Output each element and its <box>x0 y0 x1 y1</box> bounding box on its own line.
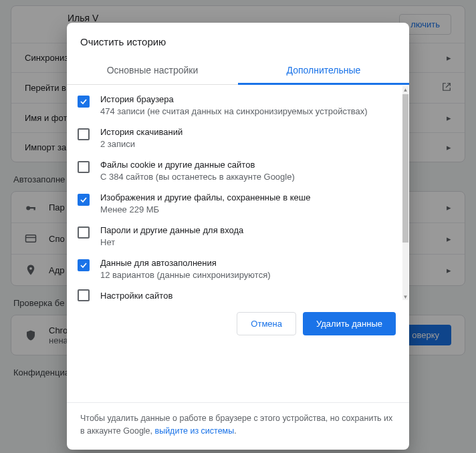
option-title: Изображения и другие файлы, сохраненные … <box>100 192 310 202</box>
option-title: Файлы cookie и другие данные сайтов <box>100 160 295 170</box>
checkbox[interactable] <box>78 128 90 140</box>
scrollbar-thumb[interactable] <box>402 94 408 243</box>
option-row: Изображения и другие файлы, сохраненные … <box>71 187 402 220</box>
dialog-footer: Чтобы удалить данные о работе в браузере… <box>67 402 409 450</box>
checkbox[interactable] <box>78 96 90 108</box>
option-title: Данные для автозаполнения <box>100 258 271 268</box>
option-title: Пароли и другие данные для входа <box>100 225 243 235</box>
option-row: История скачиваний2 записи <box>71 122 402 154</box>
option-subtitle: 474 записи (не считая данных на синхрони… <box>100 106 368 116</box>
option-subtitle: 12 вариантов (данные синхронизируются) <box>100 270 271 280</box>
option-row: Файлы cookie и другие данные сайтовС 384… <box>71 154 402 187</box>
tab-basic[interactable]: Основные настройки <box>67 57 238 84</box>
option-row: Данные для автозаполнения12 вариантов (д… <box>71 253 402 285</box>
sign-out-link[interactable]: выйдите из системы <box>155 426 235 436</box>
clear-data-button[interactable]: Удалить данные <box>303 312 396 335</box>
checkbox[interactable] <box>78 194 90 206</box>
modal-overlay: Очистить историю Основные настройки Допо… <box>0 0 476 453</box>
checkbox[interactable] <box>78 289 90 301</box>
scrollbar-track[interactable]: ▲ ▼ <box>402 86 408 300</box>
scroll-up-icon[interactable]: ▲ <box>402 86 408 93</box>
scroll-down-icon[interactable]: ▼ <box>402 293 408 300</box>
option-row: История браузера474 записи (не считая да… <box>71 89 402 122</box>
checkbox[interactable] <box>78 259 90 271</box>
cancel-button[interactable]: Отмена <box>237 312 296 335</box>
option-row: Настройки сайтов <box>71 285 402 301</box>
option-row: Пароли и другие данные для входаНет <box>71 220 402 253</box>
option-title: История браузера <box>100 94 368 104</box>
option-subtitle: Нет <box>100 237 243 247</box>
option-subtitle: Менее 229 МБ <box>100 204 310 214</box>
option-title: История скачиваний <box>100 127 183 137</box>
tab-advanced[interactable]: Дополнительные <box>238 57 409 84</box>
dialog-actions: Отмена Удалить данные <box>67 301 409 347</box>
option-title: Настройки сайтов <box>100 291 172 301</box>
option-subtitle: 2 записи <box>100 139 183 149</box>
checkbox[interactable] <box>78 226 90 239</box>
clear-browsing-data-dialog: Очистить историю Основные настройки Допо… <box>67 23 409 450</box>
option-subtitle: С 384 сайтов (вы останетесь в аккаунте G… <box>100 172 295 182</box>
checkbox[interactable] <box>78 161 90 173</box>
dialog-options-list: История браузера474 записи (не считая да… <box>67 85 409 301</box>
dialog-title: Очистить историю <box>67 23 409 57</box>
dialog-tabs: Основные настройки Дополнительные <box>67 57 409 85</box>
